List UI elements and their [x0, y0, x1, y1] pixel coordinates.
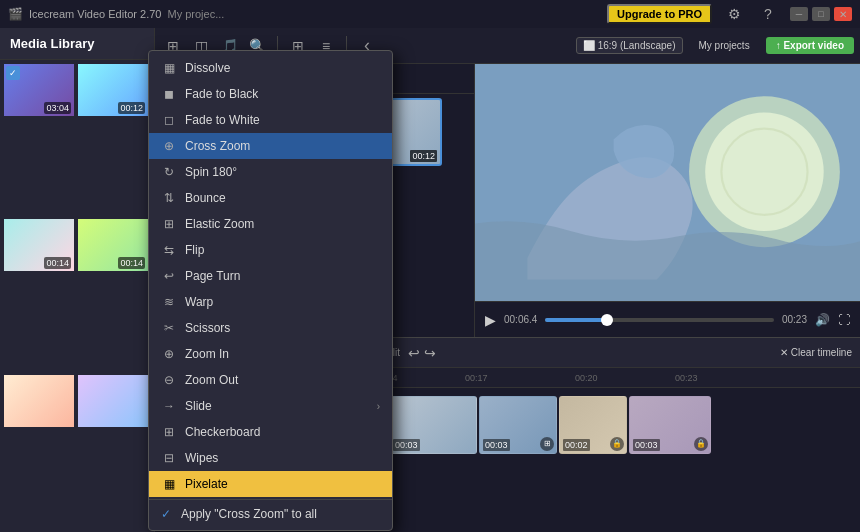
volume-icon[interactable]: 🔊	[815, 313, 830, 327]
timeline-clip-dur-5: 00:02	[563, 439, 590, 451]
clear-timeline-button[interactable]: ✕ Clear timeline	[780, 347, 852, 358]
timeline-clip-3[interactable]: 00:03	[389, 396, 477, 454]
menu-item-zoom-out[interactable]: ⊖ Zoom Out	[149, 367, 392, 393]
cross-zoom-icon: ⊕	[161, 138, 177, 154]
media-check-1: ✓	[6, 66, 20, 80]
zoom-in-icon: ⊕	[161, 346, 177, 362]
fullscreen-icon[interactable]: ⛶	[838, 313, 850, 327]
ratio-button[interactable]: ⬜ 16:9 (Landscape)	[576, 37, 683, 54]
warp-icon: ≋	[161, 294, 177, 310]
elastic-zoom-icon: ⊞	[161, 216, 177, 232]
help-icon[interactable]: ?	[756, 2, 780, 26]
media-duration-1: 03:04	[44, 102, 71, 114]
menu-item-checkerboard[interactable]: ⊞ Checkerboard	[149, 419, 392, 445]
menu-item-bounce[interactable]: ⇅ Bounce	[149, 185, 392, 211]
progress-bar[interactable]	[545, 318, 774, 322]
menu-item-pixelate[interactable]: ▦ Pixelate	[149, 471, 392, 497]
time-total: 00:23	[782, 314, 807, 325]
preview-panel: ▶ 00:06.4 00:23 🔊 ⛶	[475, 64, 860, 337]
slide-icon: →	[161, 398, 177, 414]
menu-item-wipes[interactable]: ⊟ Wipes	[149, 445, 392, 471]
media-thumb-2[interactable]: 00:12	[78, 64, 148, 116]
window-controls: ─ □ ✕	[790, 7, 852, 21]
ruler-mark-5: 00:17	[465, 373, 488, 383]
media-thumb-5[interactable]	[4, 375, 74, 427]
preview-controls: ▶ 00:06.4 00:23 🔊 ⛶	[475, 301, 860, 337]
clip-icon-6: 🔒	[694, 437, 708, 451]
app-icon: 🎬	[8, 7, 23, 21]
menu-item-warp[interactable]: ≋ Warp	[149, 289, 392, 315]
ratio-icon: ⬜	[583, 40, 595, 51]
timeline-clip-4[interactable]: 00:03 ⊞	[479, 396, 557, 454]
wipes-icon: ⊟	[161, 450, 177, 466]
apply-all-label: Apply "Cross Zoom" to all	[181, 507, 317, 521]
undo-button[interactable]: ↩	[408, 345, 420, 361]
menu-label-spin: Spin 180°	[185, 165, 237, 179]
timeline-clip-dur-3: 00:03	[393, 439, 420, 451]
redo-button[interactable]: ↪	[424, 345, 436, 361]
play-button[interactable]: ▶	[485, 312, 496, 328]
flip-icon: ⇆	[161, 242, 177, 258]
dropdown-menu: ▦ Dissolve ◼ Fade to Black ◻ Fade to Whi…	[148, 50, 393, 531]
media-duration-2: 00:12	[118, 102, 145, 114]
menu-label-slide: Slide	[185, 399, 212, 413]
menu-item-zoom-in[interactable]: ⊕ Zoom In	[149, 341, 392, 367]
clip-icon-4: ⊞	[540, 437, 554, 451]
apply-all-check: ✓	[161, 507, 177, 521]
undo-redo: ↩ ↪	[408, 345, 436, 361]
menu-label-page-turn: Page Turn	[185, 269, 240, 283]
media-thumb-3[interactable]: 00:14	[4, 219, 74, 271]
fade-white-icon: ◻	[161, 112, 177, 128]
menu-item-fade-white[interactable]: ◻ Fade to White	[149, 107, 392, 133]
main-area: Media Library ✓ 03:04 00:12 00:14 00:14 …	[0, 28, 860, 532]
timeline-clip-5[interactable]: 00:02 🔒	[559, 396, 627, 454]
settings-icon[interactable]: ⚙	[722, 2, 746, 26]
minimize-button[interactable]: ─	[790, 7, 808, 21]
progress-thumb[interactable]	[601, 314, 613, 326]
menu-item-dissolve[interactable]: ▦ Dissolve	[149, 55, 392, 81]
media-library-title: Media Library	[0, 28, 154, 60]
menu-label-scissors: Scissors	[185, 321, 230, 335]
ruler-mark-7: 00:23	[675, 373, 698, 383]
media-thumb-4[interactable]: 00:14	[78, 219, 148, 271]
menu-label-fade-white: Fade to White	[185, 113, 260, 127]
apply-all-row[interactable]: ✓ Apply "Cross Zoom" to all	[149, 502, 392, 526]
timeline-clip-dur-4: 00:03	[483, 439, 510, 451]
menu-label-checkerboard: Checkerboard	[185, 425, 260, 439]
menu-label-cross-zoom: Cross Zoom	[185, 139, 250, 153]
dissolve-icon: ▦	[161, 60, 177, 76]
maximize-button[interactable]: □	[812, 7, 830, 21]
close-button[interactable]: ✕	[834, 7, 852, 21]
menu-label-zoom-out: Zoom Out	[185, 373, 238, 387]
menu-item-cross-zoom[interactable]: ⊕ Cross Zoom	[149, 133, 392, 159]
upgrade-button[interactable]: Upgrade to PRO	[607, 4, 712, 24]
menu-item-flip[interactable]: ⇆ Flip	[149, 237, 392, 263]
timeline-clip-6[interactable]: 00:03 🔒	[629, 396, 711, 454]
scissors-icon: ✂	[161, 320, 177, 336]
ratio-label: 16:9 (Landscape)	[598, 40, 676, 51]
svg-point-2	[705, 112, 824, 231]
media-library: Media Library ✓ 03:04 00:12 00:14 00:14	[0, 28, 155, 532]
video-frame	[475, 64, 860, 301]
menu-item-scissors[interactable]: ✂ Scissors	[149, 315, 392, 341]
media-grid: ✓ 03:04 00:12 00:14 00:14	[0, 60, 154, 532]
export-button[interactable]: ↑ Export video	[766, 37, 854, 54]
menu-item-spin[interactable]: ↻ Spin 180°	[149, 159, 392, 185]
menu-separator	[149, 499, 392, 500]
my-projects-button[interactable]: My projects	[691, 38, 758, 53]
page-turn-icon: ↩	[161, 268, 177, 284]
media-thumb-6[interactable]	[78, 375, 148, 427]
bounce-icon: ⇅	[161, 190, 177, 206]
preview-video	[475, 64, 860, 301]
menu-label-pixelate: Pixelate	[185, 477, 228, 491]
ruler-mark-6: 00:20	[575, 373, 598, 383]
menu-label-fade-black: Fade to Black	[185, 87, 258, 101]
menu-item-page-turn[interactable]: ↩ Page Turn	[149, 263, 392, 289]
menu-item-fade-black[interactable]: ◼ Fade to Black	[149, 81, 392, 107]
menu-item-slide[interactable]: → Slide ›	[149, 393, 392, 419]
menu-item-elastic-zoom[interactable]: ⊞ Elastic Zoom	[149, 211, 392, 237]
titlebar-left: 🎬 Icecream Video Editor 2.70 My projec..…	[8, 7, 224, 21]
pixelate-icon: ▦	[161, 476, 177, 492]
fade-black-icon: ◼	[161, 86, 177, 102]
media-thumb-1[interactable]: ✓ 03:04	[4, 64, 74, 116]
